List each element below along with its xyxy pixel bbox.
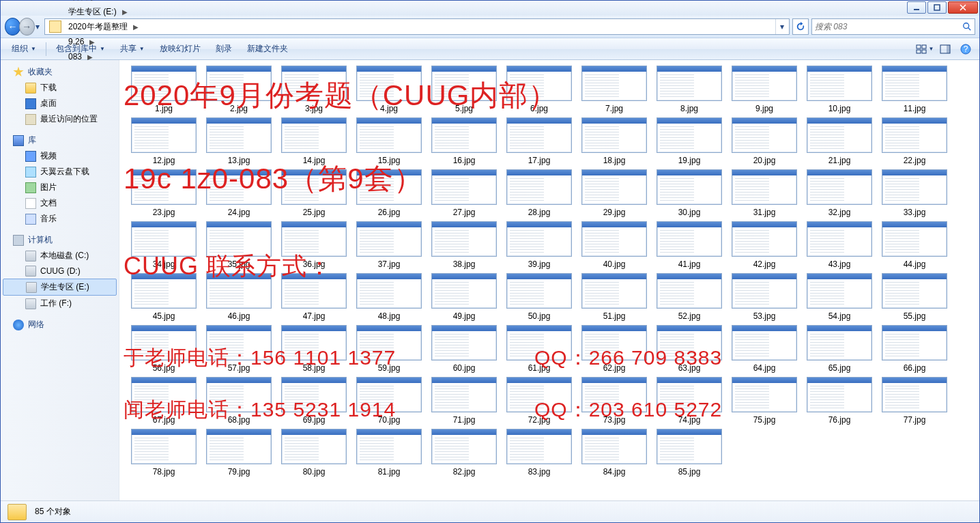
file-item[interactable]: 26.jpg [351,168,427,218]
file-item[interactable]: 22.jpg [877,116,952,167]
file-item[interactable]: 41.jpg [652,220,727,270]
file-item[interactable]: 61.jpg [502,324,577,374]
file-item[interactable]: 64.jpg [727,324,802,374]
file-item[interactable]: 78.jpg [126,427,201,478]
file-item[interactable]: 12.jpg [126,116,201,167]
sidebar-cloud[interactable]: 天翼云盘下载 [1,164,119,180]
file-item[interactable]: 51.jpg [577,272,652,322]
file-item[interactable]: 29.jpg [577,168,652,218]
file-item[interactable]: 85.jpg [652,427,727,478]
file-item[interactable]: 48.jpg [351,272,427,322]
file-item[interactable]: 59.jpg [351,324,427,374]
sidebar-recent[interactable]: 最近访问的位置 [1,111,119,127]
sidebar-pictures[interactable]: 图片 [1,180,119,195]
file-item[interactable]: 68.jpg [201,376,276,426]
file-item[interactable]: 74.jpg [652,376,727,426]
file-item[interactable]: 17.jpg [502,116,577,167]
file-item[interactable]: 2.jpg [201,64,276,115]
file-item[interactable]: 63.jpg [652,324,727,374]
file-item[interactable]: 23.jpg [126,168,201,218]
file-item[interactable]: 31.jpg [727,168,802,218]
address-dropdown[interactable]: ▾ [775,19,788,34]
file-item[interactable]: 84.jpg [577,427,652,478]
file-item[interactable]: 42.jpg [727,220,802,270]
sidebar-desktop[interactable]: 桌面 [1,96,119,111]
file-item[interactable]: 70.jpg [351,376,427,426]
file-item[interactable]: 6.jpg [502,64,577,115]
chevron-right-icon[interactable]: ▶ [97,0,105,1]
file-item[interactable]: 52.jpg [652,272,727,322]
maximize-button[interactable] [927,1,947,14]
view-options-button[interactable]: ▼ [915,41,934,57]
file-item[interactable]: 57.jpg [201,324,276,374]
file-item[interactable]: 14.jpg [276,116,351,167]
file-item[interactable]: 28.jpg [502,168,577,218]
file-item[interactable]: 19.jpg [652,116,727,167]
organize-button[interactable]: 组织▼ [5,40,43,57]
sidebar-libraries[interactable]: 库 [1,132,119,148]
file-item[interactable]: 37.jpg [351,220,427,270]
file-item[interactable]: 54.jpg [802,272,877,322]
file-item[interactable]: 24.jpg [201,168,276,218]
file-item[interactable]: 30.jpg [652,168,727,218]
refresh-button[interactable] [792,18,809,35]
help-button[interactable]: ? [956,41,975,57]
file-item[interactable]: 7.jpg [577,64,652,115]
file-item[interactable]: 8.jpg [652,64,727,115]
file-item[interactable]: 15.jpg [351,116,427,167]
sidebar-drive-e[interactable]: 学生专区 (E:) [3,279,117,296]
sidebar-drive-d[interactable]: CUUG (D:) [1,264,119,279]
search-box[interactable] [811,18,975,35]
sidebar-documents[interactable]: 文档 [1,195,119,211]
sidebar-downloads[interactable]: 下载 [1,80,119,96]
file-item[interactable]: 21.jpg [802,116,877,167]
file-item[interactable]: 47.jpg [276,272,351,322]
address-bar[interactable]: 计算机▶学生专区 (E:)▶2020年考题整理▶9.26▶083▶ ▾ [44,18,790,35]
file-item[interactable]: 44.jpg [877,220,952,270]
minimize-button[interactable] [907,1,926,14]
file-item[interactable]: 73.jpg [577,376,652,426]
file-item[interactable]: 83.jpg [502,427,577,478]
file-item[interactable]: 5.jpg [427,64,502,115]
file-item[interactable]: 39.jpg [502,220,577,270]
file-item[interactable]: 25.jpg [276,168,351,218]
breadcrumb-item[interactable]: 学生专区 (E:)▶ [64,4,140,19]
breadcrumb-item[interactable]: 2020年考题整理▶ [64,19,140,34]
search-icon[interactable] [962,22,972,31]
file-item[interactable]: 45.jpg [126,272,201,322]
file-item[interactable]: 56.jpg [126,324,201,374]
new-folder-button[interactable]: 新建文件夹 [240,40,295,57]
search-input[interactable] [815,22,962,31]
file-item[interactable]: 76.jpg [802,376,877,426]
sidebar-drive-c[interactable]: 本地磁盘 (C:) [1,248,119,264]
share-button[interactable]: 共享▼ [113,40,152,57]
file-item[interactable]: 58.jpg [276,324,351,374]
preview-pane-button[interactable] [936,41,955,57]
sidebar-music[interactable]: 音乐 [1,211,119,227]
file-item[interactable]: 75.jpg [727,376,802,426]
back-button[interactable]: ← [5,18,20,36]
file-item[interactable]: 34.jpg [126,220,201,270]
file-item[interactable]: 40.jpg [577,220,652,270]
file-item[interactable]: 77.jpg [877,376,952,426]
include-in-library-button[interactable]: 包含到库中▼ [49,40,112,57]
chevron-right-icon[interactable]: ▶ [121,8,129,16]
sidebar-drive-f[interactable]: 工作 (F:) [1,296,119,311]
file-item[interactable]: 60.jpg [427,324,502,374]
file-item[interactable]: 67.jpg [126,376,201,426]
sidebar-network[interactable]: 网络 [1,317,119,333]
close-button[interactable] [948,1,978,14]
file-item[interactable]: 1.jpg [126,64,201,115]
file-item[interactable]: 81.jpg [351,427,427,478]
sidebar-videos[interactable]: 视频 [1,148,119,164]
file-item[interactable]: 3.jpg [276,64,351,115]
burn-button[interactable]: 刻录 [209,40,239,57]
file-item[interactable]: 38.jpg [427,220,502,270]
file-item[interactable]: 66.jpg [877,324,952,374]
file-item[interactable]: 55.jpg [877,272,952,322]
file-item[interactable]: 62.jpg [577,324,652,374]
file-item[interactable]: 79.jpg [201,427,276,478]
file-item[interactable]: 69.jpg [276,376,351,426]
file-item[interactable]: 65.jpg [802,324,877,374]
file-item[interactable]: 49.jpg [427,272,502,322]
